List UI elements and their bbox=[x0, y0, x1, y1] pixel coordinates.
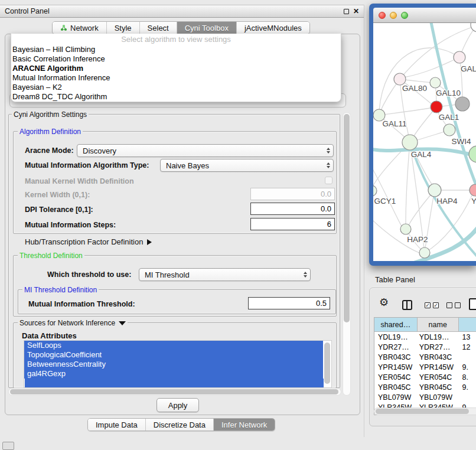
network-node[interactable] bbox=[394, 73, 406, 85]
table-horizontal-scrollbar[interactable] bbox=[374, 407, 476, 415]
mi-type-combo[interactable]: Naive Bayes bbox=[160, 159, 334, 172]
table-row[interactable]: YBR043C YBR043C bbox=[374, 352, 476, 362]
network-node[interactable] bbox=[444, 124, 455, 136]
network-node[interactable] bbox=[400, 224, 411, 234]
manual-kernel-checkbox[interactable] bbox=[325, 177, 332, 184]
tab-cyni-toolbox[interactable]: Cyni Toolbox bbox=[177, 22, 236, 34]
attribute-list-item[interactable]: BetweennessCentrality bbox=[24, 360, 323, 369]
network-node[interactable] bbox=[373, 185, 377, 196]
attribute-list-item[interactable]: gal4RGexp bbox=[24, 369, 323, 379]
attr-items: SelfLoops TopologicalCoefficient Between… bbox=[24, 341, 331, 379]
network-canvas-container[interactable]: GALGAL80GAL10GAL1GAL11SWI4GAL4HAP4YGCY1H… bbox=[373, 23, 476, 261]
mi-threshold-group-title: MI Threshold Definition bbox=[22, 286, 99, 294]
node-label: GAL10 bbox=[436, 89, 461, 97]
zoom-traffic-light[interactable] bbox=[401, 12, 408, 19]
table-row[interactable]: YBL079W YBL079W bbox=[374, 392, 476, 402]
tab-network[interactable]: Network bbox=[53, 22, 106, 34]
attribute-list-item[interactable]: TopologicalCoefficient bbox=[24, 350, 323, 360]
document-icon[interactable] bbox=[469, 298, 476, 310]
network-node[interactable] bbox=[454, 51, 465, 63]
dropdown-option[interactable]: Bayesian – Hill Climbing bbox=[11, 45, 341, 54]
network-node[interactable] bbox=[470, 184, 476, 196]
table-body: YDL19… YDL19… 13 YDR27… YDR27… 12 YBR043… bbox=[374, 332, 476, 415]
network-view-window: GALGAL80GAL10GAL1GAL11SWI4GAL4HAP4YGCY1H… bbox=[369, 4, 476, 266]
panel-mini-button[interactable] bbox=[2, 442, 14, 450]
table-row[interactable]: YDR27… YDR27… 12 bbox=[374, 342, 476, 352]
apply-button[interactable]: Apply bbox=[157, 398, 199, 412]
bottom-tabbar: Impute Data Discretize Data Infer Networ… bbox=[87, 418, 275, 431]
network-node[interactable] bbox=[455, 97, 470, 111]
network-node[interactable] bbox=[469, 146, 476, 162]
combo-spinner-icon bbox=[323, 162, 333, 168]
which-threshold-label: Which threshold to use: bbox=[47, 270, 131, 279]
tab-discretize-data[interactable]: Discretize Data bbox=[145, 419, 213, 431]
column-header-partial[interactable] bbox=[459, 318, 476, 331]
column-header-shared-name[interactable]: shared… bbox=[374, 318, 418, 331]
algorithm-dropdown-list: Select algorithm to view settings Bayesi… bbox=[11, 34, 341, 102]
table-row[interactable]: YDL19… YDL19… 13 bbox=[374, 332, 476, 342]
node-label: GAL80 bbox=[402, 84, 427, 93]
settings-horizontal-scrollbar[interactable] bbox=[8, 388, 341, 396]
kernel-width-field[interactable]: 0.0 bbox=[250, 188, 335, 200]
tab-jactivemnodules[interactable]: jActiveMNodules bbox=[236, 22, 309, 34]
aracne-mode-combo[interactable]: Discovery bbox=[77, 144, 334, 157]
network-node[interactable] bbox=[430, 77, 441, 88]
network-window-titlebar[interactable] bbox=[373, 8, 476, 23]
node-label: GAL11 bbox=[382, 119, 406, 128]
node-label: Y bbox=[471, 197, 476, 206]
table-panel: ⚙ ✓✓ shared… name YDL19… YDL19… bbox=[369, 288, 476, 426]
mi-type-value: Naive Bayes bbox=[166, 161, 209, 170]
close-traffic-light[interactable] bbox=[379, 12, 386, 19]
tab-impute-data[interactable]: Impute Data bbox=[88, 419, 145, 431]
control-panel-titlebar: Control Panel ✕ bbox=[0, 5, 364, 18]
network-node[interactable] bbox=[471, 23, 476, 32]
which-threshold-combo[interactable]: MI Threshold bbox=[139, 268, 311, 281]
hub-definition-expander[interactable]: Hub/Transcription Factor Definition bbox=[25, 237, 152, 246]
table-row[interactable]: YBR045C YBR045C 9. bbox=[374, 382, 476, 392]
gear-icon[interactable]: ⚙ bbox=[379, 297, 389, 308]
dropdown-placeholder: Select algorithm to view settings bbox=[11, 35, 341, 45]
mi-steps-field[interactable]: 6 bbox=[250, 218, 335, 230]
network-canvas[interactable]: GALGAL80GAL10GAL1GAL11SWI4GAL4HAP4YGCY1H… bbox=[373, 23, 476, 261]
network-icon bbox=[60, 24, 67, 31]
checked-pair-icon[interactable]: ✓✓ bbox=[425, 302, 439, 308]
network-node[interactable] bbox=[419, 247, 430, 258]
tab-select[interactable]: Select bbox=[139, 22, 177, 34]
dropdown-option-highlighted[interactable]: ARACNE Algorithm bbox=[11, 64, 341, 73]
attribute-list-scrollbar[interactable] bbox=[324, 343, 330, 384]
table-row[interactable]: YER054C YER054C 8. bbox=[374, 372, 476, 382]
minimize-traffic-light[interactable] bbox=[390, 12, 397, 19]
table-panel-title: Table Panel bbox=[375, 275, 415, 284]
tab-infer-network[interactable]: Infer Network bbox=[213, 419, 275, 431]
kernel-width-label: Kernel Width (0,1): bbox=[25, 191, 90, 199]
network-node[interactable] bbox=[402, 135, 418, 150]
sources-group-title[interactable]: Sources for Network Inference bbox=[18, 319, 128, 327]
dpi-tolerance-field[interactable]: 0.0 bbox=[250, 203, 335, 215]
table-row[interactable]: YPR145W YPR145W 9. bbox=[374, 362, 476, 372]
node-label: GAL1 bbox=[439, 113, 459, 122]
columns-icon[interactable] bbox=[402, 300, 412, 310]
tab-style[interactable]: Style bbox=[106, 22, 139, 34]
attribute-list-item-partial[interactable] bbox=[25, 379, 324, 388]
mi-threshold-field[interactable]: 0.5 bbox=[248, 297, 330, 309]
dropdown-option[interactable]: Dream8 DC_TDC Algorithm bbox=[11, 92, 341, 102]
node-label: GCY1 bbox=[374, 197, 396, 206]
manual-kernel-label: Manual Kernel Width Definition bbox=[25, 177, 134, 185]
dropdown-option[interactable]: Mutual Information Inference bbox=[11, 73, 341, 83]
dropdown-option[interactable]: Bayesian – K2 bbox=[11, 83, 341, 92]
attribute-list-item[interactable]: SelfLoops bbox=[24, 341, 323, 350]
mi-steps-label: Mutual Information Steps: bbox=[25, 221, 116, 229]
float-icon[interactable] bbox=[344, 9, 349, 14]
threshold-definition-title: Threshold Definition bbox=[18, 252, 84, 260]
settings-group-title: Cyni Algorithm Settings bbox=[12, 110, 89, 119]
network-node[interactable] bbox=[428, 184, 441, 197]
mi-type-label: Mutual Information Algorithm Type: bbox=[25, 161, 149, 169]
network-node[interactable] bbox=[431, 101, 442, 113]
data-attributes-list: SelfLoops TopologicalCoefficient Between… bbox=[24, 340, 332, 388]
close-icon[interactable]: ✕ bbox=[353, 8, 359, 14]
dropdown-option[interactable]: Basic Correlation Inference bbox=[11, 54, 341, 64]
column-header-name[interactable]: name bbox=[418, 318, 459, 331]
settings-vertical-scrollbar[interactable] bbox=[343, 112, 351, 396]
unchecked-pair-icon[interactable] bbox=[446, 302, 461, 308]
node-label: GAL bbox=[461, 64, 476, 73]
